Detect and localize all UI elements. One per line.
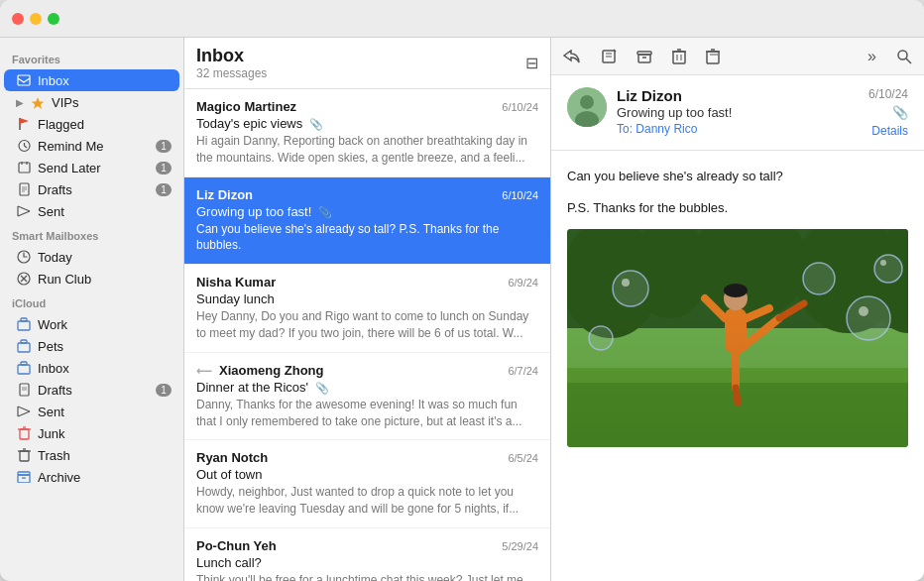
archive-icon [16,469,32,485]
svg-rect-0 [18,75,30,85]
pets-label: Pets [38,339,172,354]
svg-point-85 [874,255,902,283]
search-icon[interactable] [896,49,912,64]
sidebar-item-inbox[interactable]: Inbox [4,69,179,91]
svg-rect-48 [673,52,685,63]
message-sender: Po-Chun Yeh [196,538,277,553]
sidebar-item-drafts[interactable]: Drafts1 [4,178,179,200]
svg-rect-25 [21,362,27,365]
sidebar-item-vips[interactable]: ▶VIPs [4,91,179,113]
message-preview: Danny, Thanks for the awesome evening! I… [196,397,538,430]
sidebar-item-work[interactable]: Work [4,313,179,335]
sidebar-item-send-later[interactable]: Send Later1 [4,157,179,178]
expand-icon[interactable]: » [867,48,876,65]
sidebar-item-remind-me[interactable]: Remind Me1 [4,135,179,157]
sent-label: Sent [38,204,172,219]
remind-me-label: Remind Me [38,139,150,154]
sidebar-item-run-club[interactable]: Run Club [4,268,179,290]
junk-icon[interactable] [706,49,722,64]
svg-rect-69 [567,368,908,447]
archive-action-icon[interactable] [636,49,652,64]
message-item-msg4[interactable]: ⟵ Xiaomeng Zhong6/7/24Dinner at the Rico… [184,353,550,441]
message-list-pane: Inbox 32 messages ⊟ Magico Martinez6/10/… [184,38,551,581]
sidebar-section-label: iCloud [0,290,183,313]
svg-point-90 [622,279,630,287]
svg-rect-21 [21,318,27,321]
send-later-icon [16,160,32,175]
detail-sender: Liz Dizon [617,87,859,104]
expand-chevron: ▶ [16,97,24,108]
traffic-lights [12,13,59,25]
svg-rect-46 [638,55,650,62]
svg-rect-24 [18,365,30,374]
svg-rect-70 [567,383,908,447]
sidebar-item-icloud-drafts[interactable]: Drafts1 [4,379,179,401]
svg-point-73 [724,284,748,297]
message-list-header: Inbox 32 messages ⊟ [184,38,550,89]
message-preview: Think you'll be free for a lunchtime cha… [196,572,538,581]
message-sender: Liz Dizon [196,187,253,202]
attachment-icon: 📎 [315,206,332,218]
attachment-icon: 📎 [306,118,323,130]
inbox-title: Inbox [196,46,267,66]
work-label: Work [38,317,172,332]
message-header: Po-Chun Yeh5/29/24 [196,538,538,553]
svg-point-57 [898,51,907,59]
detail-subject: Growing up too fast! [617,105,859,120]
svg-rect-39 [18,472,30,475]
to-name[interactable]: Danny Rico [635,122,697,136]
sidebar-item-trash[interactable]: Trash [4,444,179,466]
sidebar: FavoritesInbox▶VIPsFlaggedRemind Me1Send… [0,38,184,581]
sidebar-item-today[interactable]: Today [4,246,179,268]
inbox-count: 32 messages [196,66,267,80]
vips-label: VIPs [52,95,172,110]
message-item-msg5[interactable]: Ryan Notch6/5/24Out of townHowdy, neighb… [184,440,550,528]
detail-header-right: 6/10/24 📎 Details [868,87,908,138]
maximize-button[interactable] [48,13,59,25]
delete-icon[interactable] [672,49,686,64]
message-item-msg3[interactable]: Nisha Kumar6/9/24Sunday lunchHey Danny, … [184,265,550,353]
compose-new-icon[interactable] [601,49,617,64]
filter-icon[interactable]: ⊟ [525,54,538,72]
today-icon [16,249,32,265]
sidebar-item-flagged[interactable]: Flagged [4,113,179,135]
detail-attach-icon: 📎 [892,105,908,120]
run-club-icon [16,271,32,287]
details-link[interactable]: Details [871,124,908,138]
svg-rect-6 [19,163,30,173]
icloud-sent-icon [16,404,32,419]
sidebar-item-icloud-sent[interactable]: Sent [4,401,179,422]
icloud-inbox-icon [16,360,32,376]
send-later-label: Send Later [38,161,150,175]
message-item-msg1[interactable]: Magico Martinez6/10/24Today's epic views… [184,89,550,177]
svg-marker-1 [32,97,45,109]
sidebar-section-label: Smart Mailboxes [0,222,183,246]
mail-window: FavoritesInbox▶VIPsFlaggedRemind Me1Send… [0,0,924,581]
svg-line-13 [18,206,30,211]
svg-point-91 [859,306,868,316]
message-subject: Lunch call? [196,555,538,570]
sidebar-item-icloud-inbox[interactable]: Inbox [4,357,179,379]
close-button[interactable] [12,13,24,25]
message-item-msg2[interactable]: Liz Dizon6/10/24Growing up too fast! 📎Ca… [184,177,550,266]
minimize-button[interactable] [30,13,42,25]
sidebar-item-archive[interactable]: Archive [4,466,179,488]
svg-point-60 [580,95,594,109]
message-subject: Growing up too fast! 📎 [196,204,538,219]
drafts-badge: 1 [156,183,172,196]
main-content: FavoritesInbox▶VIPsFlaggedRemind Me1Send… [0,38,924,581]
detail-header: Liz Dizon Growing up too fast! To: Danny… [551,75,924,151]
svg-line-30 [18,411,30,416]
message-date: 6/10/24 [502,189,538,201]
sidebar-item-sent[interactable]: Sent [4,200,179,222]
svg-rect-35 [20,451,29,461]
sidebar-item-pets[interactable]: Pets [4,335,179,357]
email-photo [567,229,908,447]
trash-icon [16,447,32,463]
sidebar-item-junk[interactable]: Junk [4,422,179,444]
message-subject: Dinner at the Ricos' 📎 [196,380,538,395]
reply-icon[interactable] [563,50,581,63]
message-item-msg6[interactable]: Po-Chun Yeh5/29/24Lunch call?Think you'l… [184,528,550,581]
junk-label: Junk [38,426,172,441]
message-header: Ryan Notch6/5/24 [196,450,538,465]
